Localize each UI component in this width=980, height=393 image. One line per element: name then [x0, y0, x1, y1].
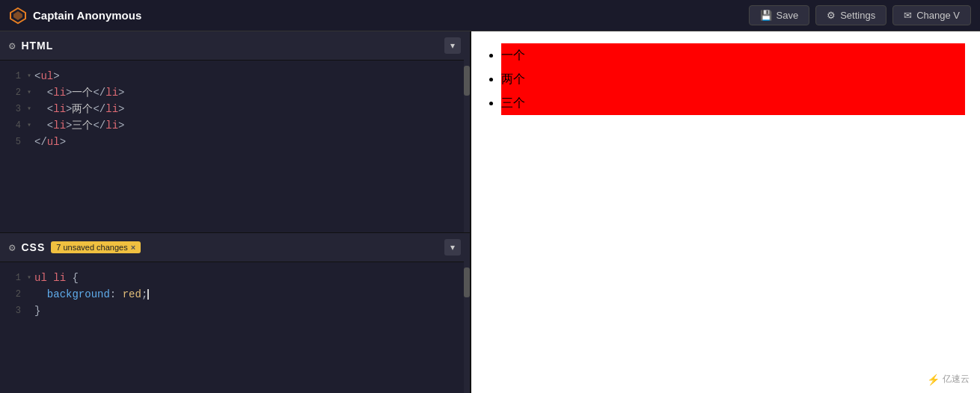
preview-item-2: 两个 [501, 67, 965, 91]
html-line-1: 1 ▾ <ul> [0, 68, 470, 84]
css-section: ⚙ CSS 7 unsaved changes × ▾ 1 ▾ ul li { [0, 233, 470, 393]
settings-icon: ⚙ [827, 10, 836, 21]
main-layout: ⚙ HTML ▾ 1 ▾ <ul> 2 ▾ <li>一个</li> [0, 31, 980, 393]
css-header-left: ⚙ CSS 7 unsaved changes × [9, 241, 141, 254]
preview-panel: 一个 两个 三个 ⚡ 亿速云 [471, 31, 980, 393]
html-line-2: 2 ▾ <li>一个</li> [0, 84, 470, 101]
html-line-4: 4 ▾ <li>三个</li> [0, 117, 470, 134]
css-gear-icon[interactable]: ⚙ [9, 241, 15, 254]
top-bar: Captain Anonymous 💾 Save ⚙ Settings ✉ Ch… [0, 0, 980, 31]
css-section-header: ⚙ CSS 7 unsaved changes × ▾ [0, 233, 470, 262]
html-section-title: HTML [21, 40, 53, 52]
mail-icon: ✉ [904, 10, 912, 21]
save-icon: 💾 [760, 10, 772, 21]
top-bar-left: Captain Anonymous [9, 7, 141, 25]
badge-close-button[interactable]: × [131, 243, 135, 252]
html-collapse-button[interactable]: ▾ [444, 37, 461, 54]
watermark-icon: ⚡ [927, 374, 940, 386]
watermark: ⚡ 亿速云 [927, 373, 970, 386]
watermark-text: 亿速云 [943, 373, 970, 386]
html-section: ⚙ HTML ▾ 1 ▾ <ul> 2 ▾ <li>一个</li> [0, 31, 470, 233]
html-line-5: 5 ▾ </ul> [0, 134, 470, 150]
preview-list: 一个 两个 三个 [486, 31, 980, 127]
html-scrollbar[interactable] [464, 58, 470, 232]
logo-icon [9, 7, 27, 25]
unsaved-changes-badge: 7 unsaved changes × [51, 241, 141, 253]
css-line-3: 3 ▾ } [0, 303, 470, 319]
left-panel: ⚙ HTML ▾ 1 ▾ <ul> 2 ▾ <li>一个</li> [0, 31, 471, 393]
app-title: Captain Anonymous [33, 9, 141, 22]
css-scrollbar-thumb [464, 267, 470, 297]
preview-item-3: 三个 [501, 91, 965, 115]
css-section-title: CSS [21, 241, 45, 253]
html-code-area[interactable]: 1 ▾ <ul> 2 ▾ <li>一个</li> 3 ▾ <li>两个</li>… [0, 61, 470, 232]
preview-item-1: 一个 [501, 43, 965, 67]
settings-button[interactable]: ⚙ Settings [815, 5, 886, 25]
html-line-3: 3 ▾ <li>两个</li> [0, 101, 470, 117]
html-section-header: ⚙ HTML ▾ [0, 31, 470, 61]
html-gear-icon[interactable]: ⚙ [9, 40, 15, 52]
top-bar-right: 💾 Save ⚙ Settings ✉ Change V [749, 5, 971, 25]
css-collapse-button[interactable]: ▾ [444, 239, 461, 256]
save-button[interactable]: 💾 Save [749, 5, 810, 25]
svg-marker-1 [13, 11, 22, 20]
css-scrollbar[interactable] [464, 260, 470, 393]
html-header-left: ⚙ HTML [9, 40, 53, 52]
css-line-1: 1 ▾ ul li { [0, 270, 470, 286]
css-line-2: 2 ▾ background: red; [0, 286, 470, 303]
unsaved-changes-text: 7 unsaved changes [56, 243, 127, 252]
html-scrollbar-thumb [464, 66, 470, 96]
css-code-area[interactable]: 1 ▾ ul li { 2 ▾ background: red; 3 ▾ } [0, 262, 470, 393]
change-button[interactable]: ✉ Change V [892, 5, 971, 25]
